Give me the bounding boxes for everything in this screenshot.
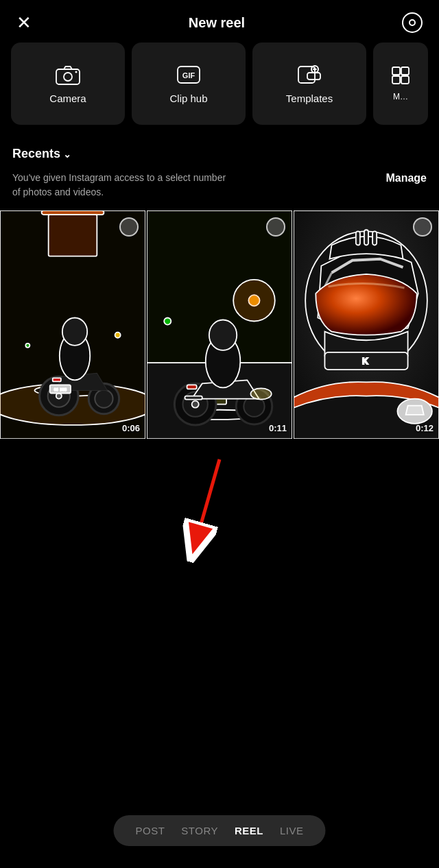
nav-reel[interactable]: REEL: [235, 825, 263, 836]
svg-point-45: [209, 320, 237, 350]
svg-rect-6: [307, 73, 320, 80]
camera-label: Camera: [49, 93, 86, 104]
svg-rect-11: [401, 67, 409, 75]
svg-point-1: [64, 73, 72, 81]
mode-more[interactable]: M…: [373, 43, 428, 125]
video-select-2[interactable]: [266, 217, 285, 237]
video-thumb-1[interactable]: 06 DUS 0:06: [0, 210, 145, 439]
header: ✕ New reel: [0, 0, 439, 43]
recents-label: Recents: [12, 147, 60, 161]
svg-point-2: [75, 71, 78, 73]
settings-icon: [409, 19, 416, 26]
svg-text:GIF: GIF: [182, 71, 195, 80]
arrow-container: [0, 439, 439, 590]
more-label: M…: [393, 92, 408, 101]
mode-camera[interactable]: Camera: [11, 43, 125, 125]
recents-header: Recents ⌄: [0, 136, 439, 167]
nav-post[interactable]: POST: [135, 825, 165, 836]
bottom-nav: POST STORY REEL LIVE: [113, 815, 325, 846]
close-button[interactable]: ✕: [16, 14, 32, 32]
nav-story[interactable]: STORY: [181, 825, 218, 836]
svg-text:06 DUS: 06 DUS: [54, 387, 67, 391]
arrow-annotation: [165, 453, 274, 583]
templates-icon: [296, 64, 322, 86]
svg-rect-10: [392, 67, 400, 75]
video-thumb-3[interactable]: K 0:12: [294, 210, 439, 439]
svg-point-23: [56, 394, 62, 399]
svg-rect-54: [356, 231, 360, 245]
chevron-down-icon: ⌄: [63, 149, 71, 160]
cliphub-label: Clip hub: [169, 93, 207, 104]
svg-point-18: [115, 333, 121, 338]
svg-rect-56: [372, 231, 377, 245]
video-select-1[interactable]: [119, 217, 139, 237]
mode-cliphub[interactable]: GIF Clip hub: [132, 43, 246, 125]
camera-icon: [55, 64, 81, 86]
svg-point-36: [164, 317, 171, 324]
access-notice: You've given Instagram access to a selec…: [0, 167, 439, 210]
svg-point-35: [233, 280, 275, 322]
video-grid: 06 DUS 0:06: [0, 210, 439, 439]
gif-icon: GIF: [176, 64, 202, 86]
settings-button[interactable]: [402, 12, 423, 33]
more-icon: [391, 66, 410, 85]
svg-rect-43: [185, 396, 202, 400]
svg-rect-5: [298, 67, 315, 83]
nav-live[interactable]: LIVE: [280, 825, 304, 836]
mode-selector: Camera GIF Clip hub Templates: [0, 43, 439, 136]
svg-text:K: K: [362, 357, 370, 366]
templates-label: Templates: [286, 93, 333, 104]
svg-rect-55: [364, 230, 368, 245]
recents-title[interactable]: Recents ⌄: [12, 147, 71, 161]
svg-rect-17: [49, 215, 97, 256]
video-duration-1: 0:06: [122, 423, 140, 433]
svg-rect-30: [53, 378, 61, 381]
svg-rect-12: [392, 76, 400, 84]
mode-templates[interactable]: Templates: [252, 43, 366, 125]
video-thumb-2[interactable]: 0:11: [147, 210, 292, 439]
svg-point-19: [25, 343, 29, 348]
svg-point-40: [192, 401, 199, 408]
svg-rect-13: [401, 76, 409, 84]
svg-point-25: [95, 389, 112, 407]
manage-button[interactable]: Manage: [385, 171, 427, 184]
video-select-3[interactable]: [413, 217, 432, 237]
page-title: New reel: [189, 15, 245, 31]
svg-point-46: [250, 388, 271, 399]
video-duration-2: 0:11: [269, 423, 287, 433]
svg-line-58: [192, 459, 220, 555]
video-duration-3: 0:12: [416, 423, 434, 433]
svg-point-27: [62, 317, 87, 345]
access-text: You've given Instagram access to a selec…: [12, 171, 232, 200]
svg-rect-47: [187, 385, 197, 389]
